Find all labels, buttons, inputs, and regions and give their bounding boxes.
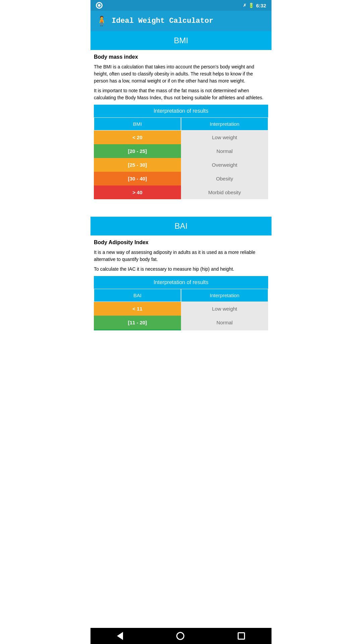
bai-table: Interpretation of results BAI Interpreta…: [94, 276, 268, 330]
table-row: [30 - 40] Obesity: [94, 172, 268, 185]
app-title: Ideal Weight Calculator: [112, 17, 214, 25]
bmi-section-header: BMI: [90, 31, 272, 50]
table-row: [20 - 25] Normal: [94, 144, 268, 158]
bai-col-interp: Interpretation: [181, 289, 268, 302]
status-icons: ✗ 🔋 6:32: [243, 3, 266, 8]
bai-content: Body Adiposity Index It is a new way of …: [90, 235, 272, 338]
bai-section-header: BAI: [90, 217, 272, 235]
table-row: < 11 Low weight: [94, 302, 268, 316]
app-header: 🧍 Ideal Weight Calculator: [90, 11, 272, 31]
bai-interp-2: Normal: [181, 316, 268, 330]
signal-indicator: [96, 2, 103, 9]
bmi-range-2: [20 - 25]: [94, 144, 181, 158]
bmi-description1: The BMI is a calculation that takes into…: [94, 63, 268, 85]
bmi-table-col-headers: BMI Interpretation: [94, 117, 268, 130]
bmi-interp-4: Obesity: [181, 172, 268, 185]
bai-table-col-headers: BAI Interpretation: [94, 289, 268, 302]
table-row: [25 - 30] Overweight: [94, 158, 268, 172]
bmi-table: Interpretation of results BMI Interpreta…: [94, 105, 268, 199]
app-icon: 🧍: [96, 15, 108, 26]
table-row: [11 - 20] Normal: [94, 316, 268, 330]
bmi-description2: It is important to note that the mass of…: [94, 87, 268, 101]
bai-col-bai: BAI: [94, 289, 181, 302]
bmi-col-interp: Interpretation: [181, 117, 268, 130]
no-signal-icon: ✗: [243, 3, 246, 8]
bai-description1: It is a new way of assessing adiposity i…: [94, 249, 268, 263]
bai-title: Body Adiposity Index: [94, 239, 268, 246]
bmi-interp-1: Low weight: [181, 130, 268, 144]
bmi-interp-2: Normal: [181, 144, 268, 158]
table-row: > 40 Morbid obesity: [94, 185, 268, 199]
bmi-col-bmi: BMI: [94, 117, 181, 130]
bmi-interp-3: Overweight: [181, 158, 268, 172]
bai-range-1: < 11: [94, 302, 181, 316]
bmi-table-header: Interpretation of results: [94, 105, 268, 117]
bai-description2: To calculate the IAC it is necessary to …: [94, 266, 268, 273]
bmi-range-5: > 40: [94, 185, 181, 199]
battery-icon: 🔋: [248, 3, 254, 8]
table-row: < 20 Low weight: [94, 130, 268, 144]
bmi-interp-5: Morbid obesity: [181, 185, 268, 199]
bai-table-header: Interpretation of results: [94, 276, 268, 289]
bai-interp-1: Low weight: [181, 302, 268, 316]
bai-range-2: [11 - 20]: [94, 316, 181, 330]
bmi-range-4: [30 - 40]: [94, 172, 181, 185]
bmi-content: Body mass index The BMI is a calculation…: [90, 50, 272, 207]
bmi-range-3: [25 - 30]: [94, 158, 181, 172]
time-display: 6:32: [256, 3, 266, 8]
bmi-range-1: < 20: [94, 130, 181, 144]
bmi-title: Body mass index: [94, 54, 268, 60]
status-bar: ✗ 🔋 6:32: [90, 0, 272, 11]
